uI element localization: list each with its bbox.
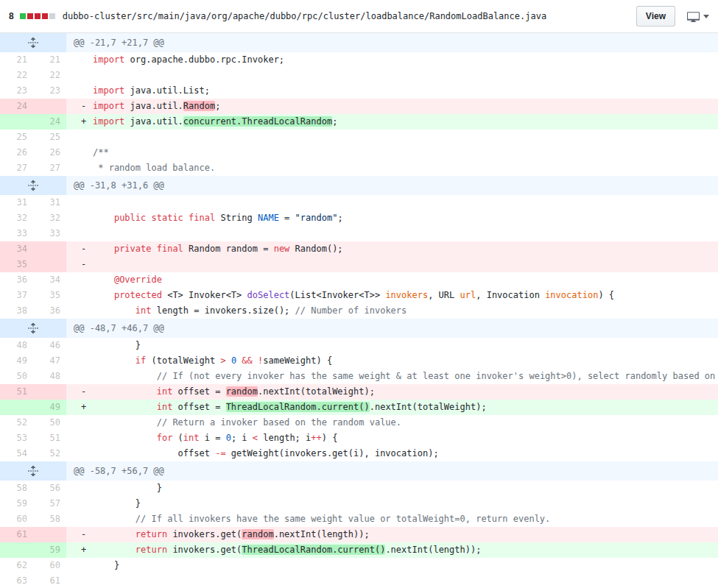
old-line-number[interactable]: 50 [0,369,33,384]
diff-line: 2626 /** [0,145,718,160]
new-line-number[interactable]: 36 [33,303,66,319]
old-line-number[interactable]: 35 [0,257,33,272]
new-line-number[interactable]: 22 [33,68,66,83]
old-line-number[interactable]: 21 [0,52,33,68]
new-line-number[interactable]: 58 [33,511,66,527]
file-path[interactable]: dubbo-cluster/src/main/java/org/apache/d… [63,11,546,21]
old-line-number[interactable]: 25 [0,130,33,145]
old-line-number[interactable]: 54 [0,446,33,461]
old-line-number[interactable]: 37 [0,288,33,303]
new-line-number[interactable]: 47 [33,353,66,369]
expand-hunk-button[interactable] [0,461,66,481]
code-line: // Return a invoker based on the random … [66,415,718,431]
diff-display-dropdown[interactable] [686,9,711,24]
new-line-number[interactable]: 32 [33,210,66,226]
old-line-number[interactable]: 38 [0,303,33,319]
new-line-number[interactable]: 60 [33,558,66,573]
new-line-number[interactable]: 33 [33,226,66,241]
new-line-number[interactable]: 56 [33,481,66,496]
new-line-number[interactable] [33,257,66,272]
diff-marker [74,288,93,303]
old-line-number[interactable]: 27 [0,160,33,176]
new-line-number[interactable]: 61 [33,573,66,588]
old-line-number[interactable]: 63 [0,573,33,588]
code-token: getWeight(invokers.get(i), invocation); [226,448,439,458]
new-line-number[interactable]: 35 [33,288,66,303]
old-line-number[interactable]: 60 [0,511,33,527]
code-line: protected <T> Invoker<T> doSelect(List<I… [66,288,718,303]
old-line-number[interactable] [0,400,33,415]
old-line-number[interactable]: 34 [0,241,33,257]
new-line-number[interactable]: 59 [33,542,66,558]
new-line-number[interactable]: 48 [33,369,66,384]
device-desktop-icon [687,10,700,23]
new-line-number[interactable]: 24 [33,114,66,130]
old-line-number[interactable]: 26 [0,145,33,160]
diff-line: 3232 public static final String NAME = "… [0,210,718,226]
view-button[interactable]: View [636,6,675,26]
old-line-number[interactable] [0,114,33,130]
old-line-number[interactable]: 62 [0,558,33,573]
code-token: } [93,483,162,493]
old-line-number[interactable]: 24 [0,99,33,114]
diff-marker [74,558,93,573]
old-line-number[interactable]: 59 [0,496,33,511]
new-line-number[interactable]: 31 [33,195,66,210]
diff-line: 5957 } [0,496,718,511]
code-token: ThreadLocalRandom.current() [226,402,370,412]
new-line-number[interactable]: 27 [33,160,66,176]
diff-line: 61- return invokers.get(random.nextInt(l… [0,527,718,542]
code-line: - [66,257,718,272]
expand-hunk-button[interactable] [0,319,66,338]
diff-marker: - [74,384,93,400]
file-header-actions: View [636,6,711,26]
code-line: + int offset = ThreadLocalRandom.current… [66,400,718,415]
diff-line: 5856 } [0,481,718,496]
old-line-number[interactable]: 33 [0,226,33,241]
code-line: +import java.util.concurrent.ThreadLocal… [66,114,718,130]
new-line-number[interactable]: 21 [33,52,66,68]
old-line-number[interactable]: 52 [0,415,33,431]
old-line-number[interactable]: 51 [0,384,33,400]
code-token: ) { [322,433,338,443]
old-line-number[interactable]: 31 [0,195,33,210]
code-line: public static final String NAME = "rando… [66,210,718,226]
old-line-number[interactable]: 61 [0,527,33,542]
old-line-number[interactable]: 23 [0,83,33,99]
new-line-number[interactable]: 52 [33,446,66,461]
expand-hunk-button[interactable] [0,176,66,195]
new-line-number[interactable]: 50 [33,415,66,431]
new-line-number[interactable] [33,241,66,257]
code-token: invocation [545,290,598,300]
old-line-number[interactable]: 49 [0,353,33,369]
new-line-number[interactable]: 25 [33,130,66,145]
code-line: - int offset = random.nextInt(totalWeigh… [66,384,718,400]
expand-hunk-button[interactable] [0,33,66,52]
new-line-number[interactable]: 26 [33,145,66,160]
old-line-number[interactable]: 32 [0,210,33,226]
code-line [66,226,718,241]
old-line-number[interactable]: 36 [0,272,33,288]
code-token: ++ [311,433,321,443]
new-line-number[interactable] [33,99,66,114]
code-token: ; [332,116,337,127]
new-line-number[interactable]: 46 [33,338,66,353]
code-line [66,195,718,210]
new-line-number[interactable]: 49 [33,400,66,415]
old-line-number[interactable]: 58 [0,481,33,496]
code-token: for [157,433,173,443]
new-line-number[interactable]: 51 [33,431,66,446]
old-line-number[interactable]: 22 [0,68,33,83]
code-line [66,573,718,588]
code-token [93,545,135,555]
old-line-number[interactable]: 48 [0,338,33,353]
code-token: new [274,244,290,254]
code-token: java.util.List; [130,85,210,96]
old-line-number[interactable] [0,542,33,558]
new-line-number[interactable]: 23 [33,83,66,99]
new-line-number[interactable]: 34 [33,272,66,288]
new-line-number[interactable]: 57 [33,496,66,511]
new-line-number[interactable] [33,527,66,542]
old-line-number[interactable]: 53 [0,431,33,446]
new-line-number[interactable] [33,384,66,400]
